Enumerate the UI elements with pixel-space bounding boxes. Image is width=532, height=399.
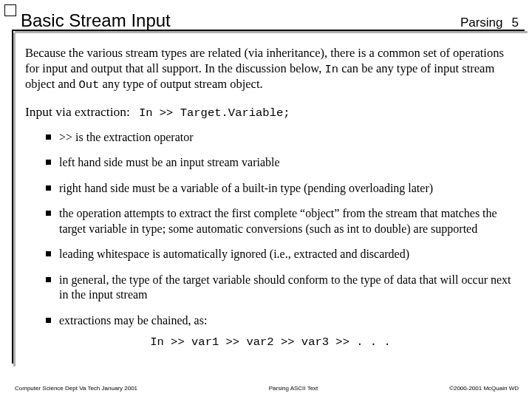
horizontal-divider bbox=[12, 30, 525, 31]
footer-right: ©2000-2001 McQuain WD bbox=[449, 385, 519, 392]
subheading-code: In >> Target.Variable; bbox=[139, 106, 290, 120]
footer-left: Computer Science Dept Va Tech January 20… bbox=[15, 385, 137, 392]
bullet-list: >> is the extraction operator left hand … bbox=[25, 130, 516, 328]
page-title: Basic Stream Input bbox=[21, 10, 171, 31]
intro-paragraph: Because the various stream types are rel… bbox=[25, 46, 516, 92]
divider-shadow bbox=[13, 33, 16, 366]
header-right: Parsing 5 bbox=[460, 16, 519, 30]
list-item: leading whitespace is automatically igno… bbox=[46, 247, 516, 262]
code-line: In >> var1 >> var2 >> var3 >> . . . bbox=[25, 335, 516, 349]
subheading-row: Input via extraction: In >> Target.Varia… bbox=[25, 104, 516, 120]
list-item: right hand side must be a variable of a … bbox=[46, 181, 516, 196]
slide: Basic Stream Input Parsing 5 Because the… bbox=[0, 0, 532, 399]
subheading-label: Input via extraction: bbox=[25, 104, 130, 120]
list-item: >> is the extraction operator bbox=[46, 130, 516, 145]
intro-text: any type of output stream object. bbox=[99, 77, 262, 91]
inline-code: In bbox=[324, 63, 338, 76]
list-item: left hand side must be an input stream v… bbox=[46, 155, 516, 170]
vertical-divider bbox=[12, 30, 13, 364]
list-item: the operation attempts to extract the fi… bbox=[46, 206, 516, 236]
inline-code: Out bbox=[78, 78, 99, 92]
footer-row: Computer Science Dept Va Tech January 20… bbox=[15, 385, 519, 392]
list-item: extractions may be chained, as: bbox=[46, 313, 516, 328]
list-item: in general, the type of the target varia… bbox=[46, 273, 516, 303]
section-label: Parsing bbox=[460, 16, 503, 30]
footer-center: Parsing ASCII Text bbox=[269, 385, 318, 392]
corner-square-icon bbox=[4, 4, 16, 16]
content-area: Because the various stream types are rel… bbox=[21, 35, 519, 349]
divider-shadow bbox=[15, 31, 528, 33]
page-number: 5 bbox=[512, 16, 519, 30]
